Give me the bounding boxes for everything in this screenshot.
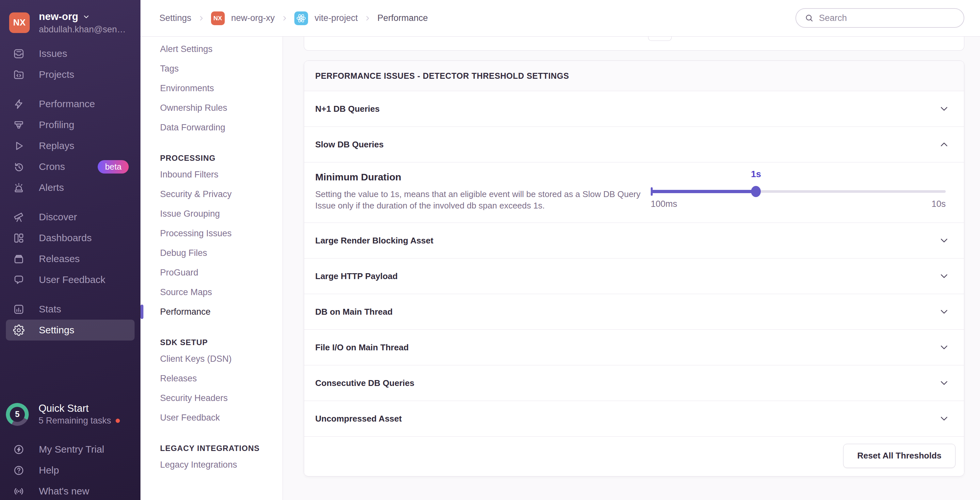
- progress-count: 5: [10, 407, 25, 422]
- sidebar-item-discover[interactable]: Discover: [0, 207, 140, 228]
- sidebar-item-label: Discover: [39, 212, 77, 223]
- subnav-item-issue-grouping[interactable]: Issue Grouping: [140, 204, 283, 223]
- breadcrumb-project[interactable]: vite-project: [315, 13, 358, 23]
- sidebar-item-help[interactable]: Help: [0, 460, 140, 481]
- detector-label: DB on Main Thread: [315, 307, 393, 317]
- subnav-item-processing-issues[interactable]: Processing Issues: [140, 223, 283, 243]
- subnav-label: Ownership Rules: [160, 103, 228, 113]
- sidebar-item-user-feedback[interactable]: User Feedback: [0, 269, 140, 290]
- chevron-down-icon[interactable]: [939, 104, 949, 114]
- search-input[interactable]: [819, 13, 955, 23]
- subnav-item-alert-settings[interactable]: Alert Settings: [140, 39, 283, 59]
- detector-threshold-panel: PERFORMANCE ISSUES - DETECTOR THRESHOLD …: [304, 61, 964, 476]
- sidebar-item-projects[interactable]: Projects: [0, 64, 140, 85]
- sidebar-item-performance[interactable]: Performance: [0, 94, 140, 115]
- quick-start-subtitle: 5 Remaining tasks: [38, 416, 111, 426]
- chevron-down-icon[interactable]: [939, 236, 949, 245]
- detector-row-large-http-payload[interactable]: Large HTTP Payload: [304, 258, 964, 294]
- subnav-item-debug-files[interactable]: Debug Files: [140, 243, 283, 263]
- subnav-item-environments[interactable]: Environments: [140, 78, 283, 98]
- broadcast-icon: [13, 486, 24, 497]
- subnav-heading-processing: PROCESSING: [140, 150, 283, 165]
- subnav-item-security-privacy[interactable]: Security & Privacy: [140, 184, 283, 204]
- breadcrumb-settings[interactable]: Settings: [159, 13, 191, 23]
- sidebar-item-stats[interactable]: Stats: [0, 299, 140, 320]
- sidebar-item-settings[interactable]: Settings: [6, 320, 135, 341]
- chevron-right-icon: [281, 15, 288, 22]
- subnav-heading-sdk-setup: SDK SETUP: [140, 334, 283, 349]
- play-icon: [13, 140, 24, 151]
- dashboard-grid-icon: [13, 232, 24, 244]
- siren-icon: [13, 182, 24, 193]
- chevron-down-icon[interactable]: [939, 307, 949, 317]
- detector-row-file-io-on-main-thread[interactable]: File I/O on Main Thread: [304, 330, 964, 365]
- quick-start-title: Quick Start: [38, 403, 120, 414]
- reset-all-thresholds-button[interactable]: Reset All Thresholds: [843, 444, 956, 468]
- subnav-item-releases[interactable]: Releases: [140, 369, 283, 388]
- subnav-label: Security & Privacy: [160, 189, 232, 199]
- detector-label: Slow DB Queries: [315, 140, 384, 150]
- sidebar-item-alerts[interactable]: Alerts: [0, 177, 140, 198]
- sidebar-item-crons[interactable]: Crons beta: [0, 156, 140, 177]
- detector-row-uncompressed-asset[interactable]: Uncompressed Asset: [304, 401, 964, 436]
- sidebar-item-profiling[interactable]: Profiling: [0, 115, 140, 135]
- sidebar-item-trial[interactable]: My Sentry Trial: [0, 439, 140, 460]
- chevron-right-icon: [198, 15, 205, 22]
- detector-row-db-on-main-thread[interactable]: DB on Main Thread: [304, 294, 964, 330]
- sidebar-item-label: What's new: [39, 486, 89, 497]
- projects-icon: [13, 69, 24, 80]
- app-sidebar: NX new-org abdullah.khan@sen… Issues Pro…: [0, 0, 140, 500]
- subnav-item-legacy-integrations[interactable]: Legacy Integrations: [140, 455, 283, 475]
- chevron-up-icon[interactable]: [939, 140, 949, 149]
- subnav-item-ownership-rules[interactable]: Ownership Rules: [140, 98, 283, 118]
- sidebar-item-whats-new[interactable]: What's new: [0, 481, 140, 500]
- quick-start-widget[interactable]: 5 Quick Start 5 Remaining tasks: [6, 403, 120, 426]
- sidebar-footer: My Sentry Trial Help What's new: [0, 439, 140, 500]
- subnav-item-data-forwarding[interactable]: Data Forwarding: [140, 118, 283, 137]
- subnav-item-client-keys[interactable]: Client Keys (DSN): [140, 349, 283, 369]
- subnav-label: Performance: [160, 307, 211, 317]
- subnav-label: Environments: [160, 83, 214, 94]
- breadcrumb-org[interactable]: new-org-xy: [231, 13, 275, 23]
- detector-row-consecutive-db-queries[interactable]: Consecutive DB Queries: [304, 365, 964, 401]
- subnav-label: Alert Settings: [160, 44, 213, 54]
- subnav-item-security-headers[interactable]: Security Headers: [140, 388, 283, 408]
- subnav-item-performance[interactable]: Performance: [140, 302, 283, 322]
- global-search[interactable]: [795, 8, 964, 28]
- chevron-down-icon[interactable]: [939, 342, 949, 352]
- subnav-label: Tags: [160, 64, 179, 74]
- trial-bolt-circle-icon: [13, 444, 24, 455]
- chevron-down-icon[interactable]: [939, 271, 949, 281]
- subnav-item-inbound-filters[interactable]: Inbound Filters: [140, 165, 283, 184]
- detector-row-slow-db-queries[interactable]: Slow DB Queries: [304, 127, 964, 162]
- progress-ring: 5: [6, 403, 29, 426]
- org-switcher[interactable]: NX new-org abdullah.khan@sen…: [9, 11, 126, 35]
- subnav-item-source-maps[interactable]: Source Maps: [140, 282, 283, 302]
- main-content: PERFORMANCE ISSUES - DETECTOR THRESHOLD …: [283, 37, 980, 500]
- collapsed-panel-button[interactable]: [648, 37, 671, 41]
- chevron-down-icon[interactable]: [939, 414, 949, 424]
- sidebar-item-label: Projects: [39, 69, 74, 80]
- sidebar-item-releases[interactable]: Releases: [0, 248, 140, 269]
- sidebar-item-dashboards[interactable]: Dashboards: [0, 228, 140, 248]
- sidebar-item-replays[interactable]: Replays: [0, 135, 140, 156]
- sidebar-item-issues[interactable]: Issues: [0, 43, 140, 64]
- subnav-label: Source Maps: [160, 287, 212, 298]
- subnav-item-tags[interactable]: Tags: [140, 59, 283, 78]
- chevron-down-icon[interactable]: [939, 378, 949, 388]
- panel-header: PERFORMANCE ISSUES - DETECTOR THRESHOLD …: [304, 61, 964, 91]
- help-icon: [13, 465, 24, 476]
- nav-divider: [0, 85, 140, 94]
- subnav-item-user-feedback[interactable]: User Feedback: [140, 408, 283, 427]
- gear-icon: [13, 325, 24, 336]
- setting-description: Setting the value to 1s, means that an e…: [315, 189, 645, 211]
- sidebar-item-label: Stats: [39, 304, 61, 315]
- chevron-down-icon: [82, 13, 90, 21]
- top-header: Settings NX new-org-xy vite-project Perf…: [140, 0, 980, 37]
- detector-row-n-plus-one-db-queries[interactable]: N+1 DB Queries: [304, 91, 964, 127]
- subnav-label: User Feedback: [160, 413, 220, 423]
- detector-row-large-render-blocking-asset[interactable]: Large Render Blocking Asset: [304, 223, 964, 258]
- subnav-item-proguard[interactable]: ProGuard: [140, 263, 283, 282]
- org-avatar: NX: [9, 13, 30, 33]
- slider-thumb[interactable]: [751, 186, 761, 197]
